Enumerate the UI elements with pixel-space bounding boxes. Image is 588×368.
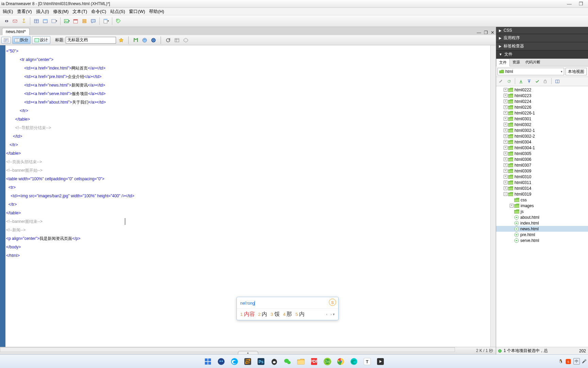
doc-restore-button[interactable]: ❐ bbox=[483, 30, 489, 35]
ime-candidate-window[interactable]: nei'rong 1 内容2 内3 馁4 那5 内‹ › ▾ S bbox=[236, 297, 339, 320]
tree-folder[interactable]: +html0307 bbox=[496, 162, 588, 168]
horizontal-scrollbar[interactable] bbox=[0, 347, 455, 352]
edge-icon[interactable] bbox=[349, 356, 359, 367]
typora-icon[interactable]: T bbox=[362, 356, 372, 367]
menu-item[interactable]: 文本(T) bbox=[70, 8, 89, 15]
layout-icon[interactable] bbox=[41, 17, 49, 25]
tree-file[interactable]: about.html bbox=[496, 214, 588, 220]
email-icon[interactable] bbox=[11, 17, 19, 25]
panel-tag-inspector[interactable]: ▶标签检查器 bbox=[496, 42, 588, 50]
start-button[interactable] bbox=[203, 356, 213, 367]
link-icon[interactable] bbox=[2, 17, 10, 25]
menu-item[interactable]: 修改(M) bbox=[51, 8, 71, 15]
refresh-icon[interactable] bbox=[506, 78, 512, 85]
ime-candidate[interactable]: 5 内 bbox=[295, 311, 305, 318]
split-view-button[interactable]: 拆分 bbox=[12, 36, 31, 44]
tree-folder[interactable]: +images bbox=[496, 203, 588, 209]
files-tab[interactable]: 资源 bbox=[510, 59, 523, 66]
date-icon[interactable] bbox=[71, 17, 80, 25]
menu-item[interactable]: 帮助(H) bbox=[147, 8, 166, 15]
tag-icon[interactable] bbox=[114, 17, 122, 25]
menu-item[interactable]: 站点(S) bbox=[108, 8, 127, 15]
tree-file[interactable]: news.html bbox=[496, 226, 588, 232]
tree-file[interactable]: pre.html bbox=[496, 232, 588, 237]
ime-candidate[interactable]: 2 内 bbox=[258, 311, 267, 318]
photoshop-icon[interactable]: Ps bbox=[256, 356, 266, 367]
get-icon[interactable] bbox=[518, 78, 524, 85]
tree-folder[interactable]: +html0311 bbox=[496, 180, 588, 185]
tree-folder[interactable]: −html0319 bbox=[496, 191, 588, 197]
taskbar[interactable]: Ps PDF dw T 🐧 S 中 🎤 bbox=[0, 354, 588, 368]
expand-icon[interactable] bbox=[554, 78, 561, 85]
tree-folder[interactable]: +html0302-1 bbox=[496, 127, 588, 133]
table-icon[interactable] bbox=[32, 17, 40, 25]
tree-folder[interactable]: +html0302 bbox=[496, 122, 588, 127]
tree-file[interactable]: serve.html bbox=[496, 237, 588, 243]
tray-ime-lang[interactable]: 中 bbox=[573, 358, 580, 365]
tree-folder[interactable]: css bbox=[496, 197, 588, 203]
ime-candidate[interactable]: 1 内容 bbox=[240, 311, 255, 318]
code-view-button[interactable] bbox=[1, 37, 11, 44]
view-options-button[interactable] bbox=[173, 36, 181, 44]
file-tree[interactable]: +html0222+html0223+html0224+html0226+htm… bbox=[496, 86, 588, 347]
chrome-icon[interactable] bbox=[336, 356, 346, 367]
tree-folder[interactable]: +html0226-1 bbox=[496, 110, 588, 116]
tree-file[interactable]: index.html bbox=[496, 220, 588, 226]
comment-icon[interactable] bbox=[89, 17, 97, 25]
tree-folder[interactable]: +html0226 bbox=[496, 104, 588, 110]
tree-folder[interactable]: +html0306 bbox=[496, 156, 588, 162]
connect-icon[interactable] bbox=[497, 78, 504, 85]
tree-folder[interactable]: +html0309 bbox=[496, 168, 588, 174]
files-tab[interactable]: 文件 bbox=[496, 59, 510, 66]
wechat-icon[interactable] bbox=[282, 356, 293, 367]
anchor-icon[interactable] bbox=[20, 17, 28, 25]
edge-legacy-icon[interactable] bbox=[229, 356, 240, 367]
tree-folder[interactable]: +html0224 bbox=[496, 98, 588, 104]
vertical-scrollbar[interactable] bbox=[490, 45, 496, 347]
image-icon[interactable]: ▾ bbox=[63, 17, 71, 25]
tray-penguin-icon[interactable]: 🐧 bbox=[558, 359, 563, 364]
tray-sogou-icon[interactable]: S bbox=[565, 358, 571, 365]
visual-aids-button[interactable] bbox=[182, 36, 190, 44]
view-select[interactable]: 本地视图 bbox=[566, 68, 587, 75]
tree-folder[interactable]: +html0223 bbox=[496, 93, 588, 98]
sublime-icon[interactable] bbox=[243, 356, 253, 367]
files-tab[interactable]: 代码片断 bbox=[523, 59, 543, 66]
tree-folder[interactable]: +html0310 bbox=[496, 174, 588, 180]
div-icon[interactable]: ▾ bbox=[50, 17, 58, 25]
tree-folder[interactable]: +html0222 bbox=[496, 87, 588, 93]
tree-folder[interactable]: +html0314 bbox=[496, 185, 588, 191]
doc-close-button[interactable]: ✕ bbox=[489, 30, 496, 35]
checkout-icon[interactable] bbox=[534, 78, 541, 85]
server-icon[interactable] bbox=[80, 17, 88, 25]
tree-folder[interactable]: js bbox=[496, 209, 588, 214]
tree-folder[interactable]: +html0305 bbox=[496, 151, 588, 156]
panel-application[interactable]: ▶应用程序 bbox=[496, 34, 588, 42]
tree-folder[interactable]: +html0304 bbox=[496, 139, 588, 145]
tree-folder[interactable]: +html0304-1 bbox=[496, 145, 588, 151]
explorer-icon[interactable] bbox=[296, 356, 306, 367]
tree-folder[interactable]: +html0301 bbox=[496, 116, 588, 122]
window-minimize-button[interactable]: — bbox=[564, 1, 575, 6]
panel-css[interactable]: ▶CSS bbox=[496, 27, 588, 34]
system-tray[interactable]: 🐧 S 中 🎤 bbox=[558, 358, 587, 365]
panel-collapse-handle[interactable]: ▲ bbox=[238, 351, 258, 354]
ime-candidate[interactable]: 3 馁 bbox=[271, 311, 280, 318]
qq-icon[interactable] bbox=[269, 356, 279, 367]
menu-item[interactable]: 插入(I) bbox=[34, 8, 51, 15]
refresh-button[interactable] bbox=[164, 36, 172, 44]
debug-button[interactable] bbox=[150, 36, 157, 44]
doc-minimize-button[interactable]: — bbox=[475, 30, 483, 35]
design-view-button[interactable]: 设计 bbox=[32, 36, 50, 44]
document-tab[interactable]: news.html* bbox=[2, 28, 30, 35]
validate-button[interactable] bbox=[117, 36, 125, 44]
panel-files[interactable]: ▼文件 bbox=[496, 50, 588, 59]
window-maximize-button[interactable]: ❐ bbox=[575, 1, 587, 6]
dreamweaver-icon[interactable]: dw bbox=[322, 356, 332, 367]
ime-nav[interactable]: ‹ › ▾ bbox=[326, 312, 335, 317]
pdf-icon[interactable]: PDF bbox=[309, 356, 319, 367]
copilot-icon[interactable] bbox=[216, 356, 226, 367]
title-input[interactable] bbox=[66, 37, 116, 44]
video-app-icon[interactable] bbox=[375, 356, 386, 367]
menu-item[interactable]: 窗口(W) bbox=[127, 8, 147, 15]
